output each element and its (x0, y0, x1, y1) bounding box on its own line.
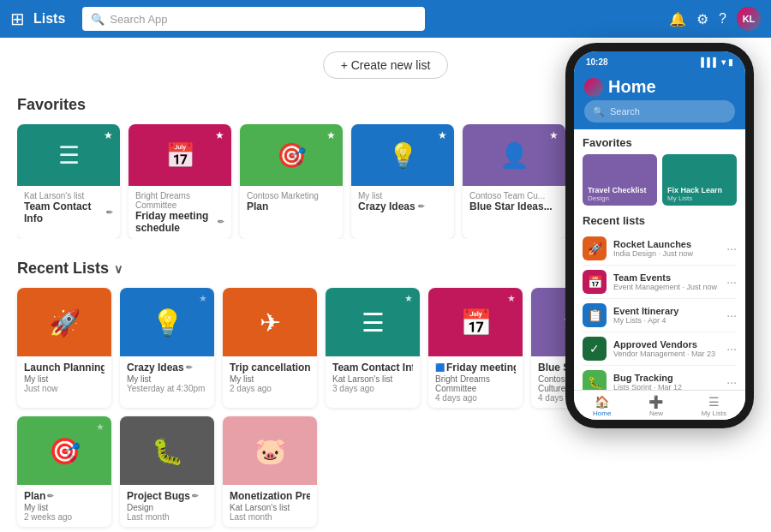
phone-list-info-1: Rocket Launches India Design · Just now (613, 239, 720, 258)
phone-list-icon-2: 📅 (583, 270, 607, 294)
plus-icon: ➕ (648, 395, 663, 409)
search-placeholder: Search App (110, 13, 167, 26)
phone-list-icon-3: 📋 (583, 303, 607, 327)
fav-icon-2: 📅 (165, 141, 195, 170)
star-icon: ★ (438, 129, 447, 141)
list-card-4[interactable]: ★ ☰ Team Contact Info Kat Larson's list … (326, 288, 420, 408)
phone-nav-home[interactable]: 🏠 Home (593, 395, 611, 417)
phone-search-icon: 🔍 (593, 106, 605, 117)
phone-list-meta-2: Event Management · Just now (613, 283, 720, 291)
fav-card-1[interactable]: ★ ☰ Kat Larson's list Team Contact Info … (17, 124, 120, 239)
list-time-5: 4 days ago (435, 393, 516, 403)
list-icon-1: 🚀 (49, 308, 81, 338)
phone-list-item-3[interactable]: 📋 Event Itinerary My Lists · Apr 4 ··· (583, 299, 737, 332)
star-icon: ★ (215, 129, 224, 141)
phone-nav-mylists[interactable]: ☰ My Lists (702, 395, 726, 417)
settings-icon[interactable]: ⚙ (696, 11, 708, 27)
help-icon[interactable]: ? (719, 11, 726, 27)
list-time-1: Just now (24, 384, 105, 393)
phone-list-item-5[interactable]: 🐛 Bug Tracking Lists Sprint · Mar 12 ··· (583, 366, 737, 390)
list-owner-1: My list (24, 374, 105, 384)
more-dots-icon-4[interactable]: ··· (726, 342, 737, 356)
list-card-5[interactable]: ★ 📅 🟦 Friday meeting s... Bright Dreams … (428, 288, 523, 408)
more-dots-icon-2[interactable]: ··· (726, 275, 737, 289)
phone-fav-title-2: Fix Hack Learn (667, 186, 732, 194)
list-icon-4: ☰ (362, 308, 385, 338)
fav-name-4: Crazy Ideas ✏ (358, 200, 447, 212)
fav-icon-1: ☰ (58, 141, 80, 170)
phone-bottom-nav: 🏠 Home ➕ New ☰ My Lists (574, 390, 745, 420)
phone-fav-row: Travel Checklist Design Fix Hack Learn M… (583, 154, 737, 206)
fav-icon-5: 👤 (499, 141, 529, 170)
fav-meta-2: Bright Dreams Committee (135, 191, 224, 210)
phone-list-info-3: Event Itinerary My Lists · Apr 4 (613, 306, 720, 325)
list-time-9: 2 weeks ago (24, 512, 105, 522)
phone-nav-new-label: New (649, 409, 663, 417)
list-icon-3: ✈ (260, 308, 281, 338)
fav-meta-3: Contoso Marketing (247, 191, 336, 200)
star-icon: ★ (404, 293, 413, 304)
list-card-11[interactable]: 🐷 Monetization Prese... ✏ Kat Larson's l… (223, 416, 317, 527)
phone-list-icon-5: 🐛 (583, 370, 607, 390)
lists-icon: ☰ (708, 395, 720, 409)
bell-icon[interactable]: 🔔 (669, 11, 686, 27)
search-bar[interactable]: 🔍 Search App (82, 7, 425, 31)
list-time-11: Last month (230, 512, 310, 522)
list-card-1[interactable]: 🚀 Launch Planning My list Just now (17, 288, 111, 408)
list-icon-2: 💡 (152, 308, 183, 338)
phone-nav-new[interactable]: ➕ New (648, 395, 663, 417)
list-name-10: Project Bugs ✏ (127, 490, 207, 502)
create-new-list-button[interactable]: + Create new list (323, 51, 449, 79)
phone-fav-sub-1: Design (588, 194, 652, 202)
fav-name-1: Team Contact Info ✏ (24, 200, 113, 224)
fav-meta-1: Kat Larson's list (24, 191, 113, 200)
list-time-3: 2 days ago (230, 384, 310, 393)
list-owner-11: Kat Larson's list (230, 503, 310, 512)
fav-name-5: Blue Star Ideas... (469, 200, 559, 212)
fav-card-5[interactable]: ★ 👤 Contoso Team Cu... Blue Star Ideas..… (463, 124, 565, 239)
fav-card-3[interactable]: ★ 🎯 Contoso Marketing Plan (240, 124, 343, 239)
more-dots-icon-1[interactable]: ··· (726, 242, 737, 255)
star-icon: ★ (199, 293, 207, 304)
list-icon-11: 🐷 (254, 436, 286, 466)
phone-list-meta-1: India Design · Just now (613, 249, 720, 258)
fav-card-4[interactable]: ★ 💡 My list Crazy Ideas ✏ (351, 124, 454, 239)
phone-list-item-2[interactable]: 📅 Team Events Event Management · Just no… (583, 266, 737, 299)
phone-home-title: Home (584, 77, 735, 97)
fav-name-3: Plan (247, 200, 336, 212)
phone-list-meta-3: My Lists · Apr 4 (613, 316, 720, 325)
more-dots-icon-5[interactable]: ··· (726, 375, 737, 389)
phone-avatar (584, 78, 603, 97)
list-card-3[interactable]: ✈ Trip cancellations My list 2 days ago (223, 288, 317, 408)
phone-time: 10:28 (586, 57, 608, 67)
phone-list-icon-4: ✓ (583, 337, 607, 361)
phone-list-item-4[interactable]: ✓ Approved Vendors Vendor Management · M… (583, 332, 737, 366)
list-card-10[interactable]: 🐛 Project Bugs ✏ Design Last month (120, 416, 214, 527)
phone-list-info-4: Approved Vendors Vendor Management · Mar… (613, 339, 720, 358)
more-dots-icon-3[interactable]: ··· (726, 308, 737, 322)
list-icon-10: 🐛 (152, 436, 183, 466)
phone-list-info-2: Team Events Event Management · Just now (613, 272, 720, 291)
fav-card-2[interactable]: ★ 📅 Bright Dreams Committee Friday meeti… (128, 124, 231, 239)
list-time-2: Yesterday at 4:30pm (127, 384, 207, 393)
list-time-4: 3 days ago (332, 384, 413, 393)
phone-fav-title-1: Travel Checklist (588, 186, 652, 194)
chevron-down-icon[interactable]: ∨ (114, 262, 123, 276)
grid-icon[interactable]: ⊞ (10, 9, 25, 29)
fav-icon-4: 💡 (388, 141, 418, 170)
phone-favorites-title: Favorites (583, 136, 737, 149)
star-icon: ★ (326, 129, 336, 141)
avatar[interactable]: KL (737, 7, 761, 31)
list-owner-3: My list (230, 374, 310, 384)
phone-status-bar: 10:28 ▌▌▌ ▾ ▮ (574, 51, 745, 72)
phone-search[interactable]: 🔍 Search (584, 100, 735, 123)
phone-list-info-5: Bug Tracking Lists Sprint · Mar 12 (613, 373, 720, 390)
home-icon: 🏠 (595, 395, 609, 409)
list-card-2[interactable]: ★ 💡 Crazy Ideas ✏ My list Yesterday at 4… (120, 288, 214, 408)
phone-list-item-1[interactable]: 🚀 Rocket Launches India Design · Just no… (583, 232, 737, 266)
search-icon: 🔍 (91, 13, 105, 26)
phone-fav-card-2[interactable]: Fix Hack Learn My Lists (662, 154, 737, 206)
list-name-11: Monetization Prese... ✏ (230, 490, 310, 502)
list-card-9[interactable]: ★ 🎯 Plan ✏ My list 2 weeks ago (17, 416, 111, 527)
phone-fav-card-1[interactable]: Travel Checklist Design (583, 154, 657, 206)
